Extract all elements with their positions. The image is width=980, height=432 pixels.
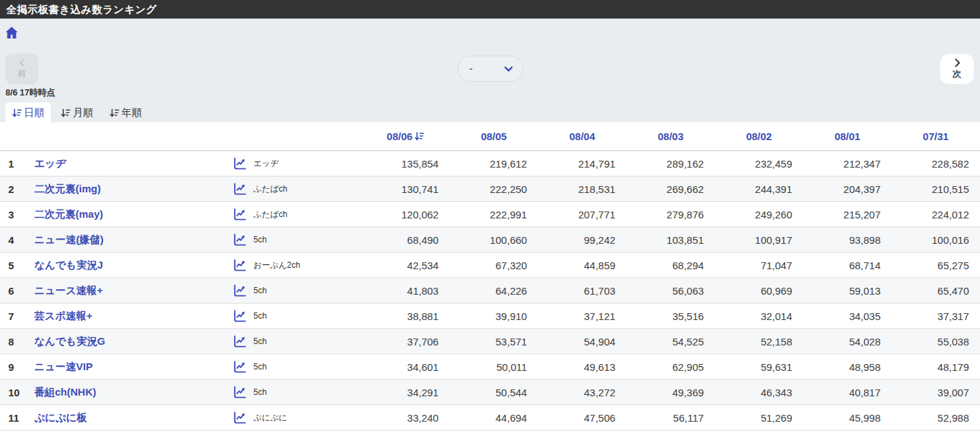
chart-link[interactable] — [232, 284, 247, 298]
date-column-label: 08/06 — [387, 130, 413, 142]
rank-cell: 6 — [0, 285, 34, 297]
date-column-label: 08/05 — [481, 130, 507, 142]
table-row: 2二次元裏(img)ふたばch130,741222,250218,531269,… — [0, 177, 980, 202]
board-link[interactable]: なんでも実況J — [34, 259, 103, 271]
board-link[interactable]: 番組ch(NHK) — [34, 386, 96, 398]
ranking-table: 08/0608/0508/0408/0308/0208/0107/31 1エッヂ… — [0, 122, 980, 432]
count-cell: 232,459 — [715, 158, 804, 170]
app-window: 全掲示板書き込み数ランキング 前 - 次 8/6 17時時点 — [0, 0, 980, 432]
line-chart-icon — [232, 334, 247, 349]
board-link[interactable]: ぷにぷに板 — [34, 411, 87, 423]
date-column-header[interactable]: 08/06 — [361, 130, 450, 142]
site-label: おーぷん2ch — [253, 260, 300, 271]
home-button[interactable] — [3, 25, 20, 41]
count-cell: 34,601 — [361, 361, 450, 373]
count-cell: 32,014 — [715, 310, 804, 322]
next-button-label: 次 — [953, 68, 961, 80]
count-cell: 52,988 — [891, 412, 980, 424]
table-header-row: 08/0608/0508/0408/0308/0208/0107/31 — [0, 122, 980, 151]
board-name-cell: 芸スポ速報+ — [34, 310, 232, 323]
count-cell: 244,391 — [715, 183, 804, 195]
site-cell: ふたばch — [232, 207, 361, 222]
chart-link[interactable] — [232, 334, 247, 349]
chart-link[interactable] — [232, 411, 247, 425]
site-cell: 5ch — [232, 360, 361, 374]
table-row: 8なんでも実況G5ch37,70653,57154,90454,52552,15… — [0, 329, 980, 354]
count-cell: 61,703 — [538, 285, 626, 297]
site-label: エッヂ — [253, 158, 279, 170]
count-cell: 39,910 — [450, 310, 538, 322]
chart-link[interactable] — [232, 258, 247, 273]
rank-cell: 8 — [0, 336, 34, 348]
rank-cell: 11 — [0, 412, 34, 424]
table-row: 11ぷにぷに板ぷにぷに33,24044,69447,50656,11751,26… — [0, 405, 980, 431]
count-cell: 67,320 — [450, 260, 538, 271]
date-column-label: 08/01 — [834, 130, 861, 142]
board-link[interactable]: ニュー速(嫌儲) — [34, 234, 104, 245]
period-dropdown[interactable]: - — [457, 56, 523, 82]
tab-label: 月順 — [73, 106, 93, 120]
prev-button[interactable]: 前 — [5, 54, 38, 84]
count-cell: 68,490 — [361, 234, 450, 246]
count-cell: 71,047 — [715, 260, 804, 271]
line-chart-icon — [232, 207, 247, 222]
period-dropdown-value: - — [470, 63, 473, 74]
count-cell: 210,515 — [891, 183, 980, 195]
chart-link[interactable] — [232, 385, 247, 400]
site-label: 5ch — [253, 337, 266, 346]
date-column-header[interactable]: 08/03 — [626, 130, 715, 142]
count-cell: 289,162 — [626, 158, 715, 170]
board-link[interactable]: ニュース速報+ — [34, 284, 103, 296]
count-cell: 46,343 — [715, 387, 804, 398]
table-row: 7芸スポ速報+5ch38,88139,91037,12135,51632,014… — [0, 304, 980, 329]
board-link[interactable]: 二次元裏(may) — [34, 208, 103, 220]
board-link[interactable]: ニュー速VIP — [34, 361, 93, 372]
date-column-label: 07/31 — [923, 130, 949, 142]
date-column-header[interactable]: 08/02 — [715, 130, 804, 142]
count-cell: 35,516 — [626, 310, 715, 322]
chart-link[interactable] — [232, 309, 247, 323]
table-row: 10番組ch(NHK)5ch34,29150,54443,27249,36946… — [0, 380, 980, 405]
board-link[interactable]: 芸スポ速報+ — [34, 310, 92, 321]
date-column-header[interactable]: 08/01 — [804, 130, 892, 142]
count-cell: 214,791 — [538, 158, 626, 170]
count-cell: 41,803 — [361, 285, 450, 297]
date-column-label: 08/03 — [658, 130, 684, 142]
count-cell: 68,714 — [804, 260, 892, 271]
timestamp: 8/6 17時時点 — [5, 87, 55, 99]
count-cell: 224,012 — [891, 209, 980, 220]
count-cell: 135,854 — [361, 158, 450, 170]
site-label: ふたばch — [253, 183, 288, 195]
count-cell: 37,317 — [891, 310, 980, 322]
count-cell: 54,028 — [804, 336, 892, 348]
site-label: 5ch — [253, 362, 266, 372]
count-cell: 212,347 — [804, 158, 892, 170]
chart-link[interactable] — [232, 207, 247, 222]
site-cell: エッヂ — [232, 157, 361, 171]
board-link[interactable]: エッヂ — [34, 157, 66, 169]
next-button[interactable]: 次 — [939, 54, 975, 84]
board-name-cell: ニュー速VIP — [34, 361, 232, 374]
home-icon — [3, 25, 20, 41]
count-cell: 50,544 — [450, 387, 538, 398]
tab-label: 日順 — [24, 106, 45, 120]
count-cell: 51,269 — [715, 412, 804, 424]
date-column-header[interactable]: 08/04 — [538, 130, 626, 142]
board-name-cell: 二次元裏(may) — [34, 208, 232, 221]
site-cell: 5ch — [232, 309, 361, 323]
chart-link[interactable] — [232, 157, 247, 171]
sort-descending-icon — [414, 131, 424, 141]
chart-link[interactable] — [232, 182, 247, 196]
count-cell: 68,294 — [626, 260, 715, 271]
chart-link[interactable] — [232, 360, 247, 374]
count-cell: 222,250 — [450, 183, 538, 195]
board-link[interactable]: 二次元裏(img) — [34, 183, 101, 194]
chart-link[interactable] — [232, 233, 247, 247]
date-column-header[interactable]: 08/05 — [450, 130, 538, 142]
count-cell: 100,917 — [715, 234, 804, 246]
board-link[interactable]: なんでも実況G — [34, 335, 105, 347]
site-label: 5ch — [253, 286, 266, 295]
date-column-header[interactable]: 07/31 — [891, 130, 980, 142]
count-cell: 130,741 — [361, 183, 450, 195]
board-name-cell: ぷにぷに板 — [34, 411, 232, 424]
